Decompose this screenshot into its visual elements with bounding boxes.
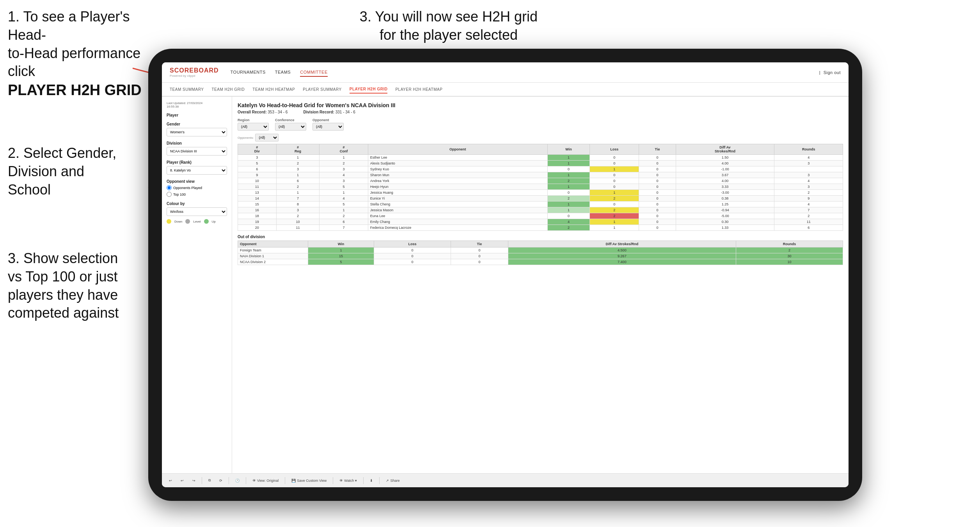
sub-nav-player-h2h-heatmap[interactable]: PLAYER H2H HEATMAP — [395, 86, 442, 93]
sidebar-opponent-view-section: Opponent view Opponents Played Top 100 — [167, 179, 227, 197]
step3-bot-line1: 3. Show selection — [8, 250, 118, 266]
colour-dot-up — [204, 219, 209, 224]
toolbar-watch[interactable]: 👁 Watch ▾ — [337, 477, 359, 484]
sidebar-division-section: Division NCAA Division III — [167, 141, 227, 156]
nav-right: | Sign out — [819, 69, 841, 76]
step3-bot-line3: players they have — [8, 287, 118, 303]
logo-sub: Powered by clippd — [170, 74, 219, 78]
table-row: 20 11 7 Federica Domecq Lacroze 2 1 0 1.… — [238, 225, 843, 231]
watch-icon: 👁 — [339, 479, 343, 483]
sidebar-gender-select[interactable]: Women's — [167, 128, 227, 136]
out-of-division-header: Out of division — [238, 235, 843, 239]
ood-th-diff: Diff Av Strokes/Rnd — [508, 241, 736, 248]
sub-nav-player-summary[interactable]: PLAYER SUMMARY — [303, 86, 341, 93]
colour-label-level: Level — [193, 220, 201, 223]
sub-nav-player-h2h-grid[interactable]: PLAYER H2H GRID — [350, 85, 388, 94]
table-row: 19 10 6 Emily Chang 4 1 0 0.30 11 — [238, 219, 843, 225]
toolbar-redo[interactable]: ↪ — [190, 477, 198, 484]
nav-tournaments[interactable]: TOURNAMENTS — [231, 68, 266, 77]
table-row: 14 7 4 Eunice Yi 2 2 0 0.38 9 — [238, 196, 843, 202]
colour-dot-down — [167, 219, 171, 224]
opponents-filter-select[interactable]: (All) — [255, 134, 279, 141]
th-win: Win — [547, 144, 589, 155]
th-rounds: Rounds — [774, 144, 843, 155]
step3-top-line1: 3. You will now see H2H grid — [360, 9, 538, 25]
toolbar-copy[interactable]: ⧉ — [206, 477, 213, 484]
sidebar-player-rank-label: Player (Rank) — [167, 160, 227, 164]
sidebar-division-select[interactable]: NCAA Division III — [167, 147, 227, 156]
toolbar-undo2[interactable]: ↩ — [178, 477, 186, 484]
nav-teams[interactable]: TEAMS — [275, 68, 291, 77]
filter-conference-label: Conference — [275, 118, 306, 122]
th-reg: #Reg — [276, 144, 320, 155]
sub-nav-team-summary[interactable]: TEAM SUMMARY — [170, 86, 204, 93]
filter-opponent-select[interactable]: (All) — [312, 123, 344, 131]
toolbar-share[interactable]: ↗ Share — [383, 477, 402, 484]
sidebar-player-section: Player — [167, 113, 227, 117]
tablet-frame: SCOREBOARD Powered by clippd TOURNAMENTS… — [148, 49, 862, 501]
sidebar-radio-group: Opponents Played Top 100 — [167, 185, 227, 197]
toolbar-paste[interactable]: ⟳ — [217, 477, 225, 484]
filter-region-select[interactable]: (All) — [238, 123, 269, 131]
toolbar-view-original[interactable]: 👁 View: Original — [250, 477, 281, 484]
radio-top100[interactable]: Top 100 — [167, 192, 227, 197]
filter-conference-select[interactable]: (All) — [275, 123, 306, 131]
toolbar-clock[interactable]: 🕐 — [233, 477, 242, 484]
th-tie: Tie — [639, 144, 676, 155]
radio-opponents-played[interactable]: Opponents Played — [167, 185, 227, 190]
instruction-step3-top: 3. You will now see H2H grid for the pla… — [351, 8, 546, 44]
table-header-row: #Div #Reg #Conf Opponent Win Loss Tie Di… — [238, 144, 843, 155]
filter-region: Region (All) — [238, 118, 269, 131]
instruction-step2: 2. Select Gender, Division and School — [8, 144, 140, 199]
opponents-label: Opponents: — [238, 136, 254, 140]
ood-table-row: NAIA Division 1 15 0 0 9.267 30 — [238, 253, 843, 259]
tablet-screen: SCOREBOARD Powered by clippd TOURNAMENTS… — [162, 62, 849, 487]
colour-label-down: Down — [174, 220, 182, 223]
sidebar: Last Updated: 27/03/2024 16:55:38 Player… — [162, 97, 232, 473]
main-data-table: #Div #Reg #Conf Opponent Win Loss Tie Di… — [238, 144, 843, 231]
sub-nav-team-h2h-heatmap[interactable]: TEAM H2H HEATMAP — [252, 86, 295, 93]
table-row: 15 8 5 Stella Cheng 1 0 0 1.25 4 — [238, 202, 843, 207]
table-row: 9 1 4 Sharon Mun 1 0 0 3.67 3 — [238, 172, 843, 178]
main-content: Last Updated: 27/03/2024 16:55:38 Player… — [162, 97, 849, 473]
th-loss: Loss — [590, 144, 639, 155]
sidebar-player-rank-section: Player (Rank) 8. Katelyn Vo — [167, 160, 227, 175]
toolbar-download[interactable]: ⬇ — [368, 477, 375, 484]
th-diff: Diff AvStrokes/Rnd — [676, 144, 774, 155]
nav-pipe: | — [819, 70, 820, 75]
sub-nav-team-h2h-grid[interactable]: TEAM H2H GRID — [212, 86, 245, 93]
sub-nav: TEAM SUMMARY TEAM H2H GRID TEAM H2H HEAT… — [162, 83, 849, 97]
nav-bar: SCOREBOARD Powered by clippd TOURNAMENTS… — [162, 62, 849, 83]
grid-title: Katelyn Vo Head-to-Head Grid for Women's… — [238, 102, 843, 108]
step2-line1: 2. Select Gender, — [8, 145, 116, 161]
ood-table-body: Foreign Team 1 0 0 4.500 2 NAIA Division… — [238, 248, 843, 265]
toolbar-sep3 — [246, 477, 246, 484]
grid-records: Overall Record: 353 - 34 - 6 Division Re… — [238, 110, 843, 114]
ood-th-rounds: Rounds — [736, 241, 843, 248]
sidebar-colour-by-select[interactable]: Win/loss — [167, 207, 227, 216]
ood-th-opponent: Opponent — [238, 241, 308, 248]
step2-line2: Division and — [8, 163, 84, 179]
nav-items: TOURNAMENTS TEAMS COMMITTEE — [231, 68, 819, 77]
toolbar-sep6 — [363, 477, 364, 484]
table-row: 13 1 1 Jessica Huang 0 1 0 -3.00 2 — [238, 190, 843, 196]
ood-th-win: Win — [308, 241, 374, 248]
step1-bold: PLAYER H2H GRID — [8, 82, 142, 98]
filter-region-label: Region — [238, 118, 269, 122]
sidebar-player-rank-select[interactable]: 8. Katelyn Vo — [167, 166, 227, 175]
radio-top100-input[interactable] — [167, 192, 172, 197]
toolbar-undo[interactable]: ↩ — [167, 477, 174, 484]
out-of-division-table: Opponent Win Loss Tie Diff Av Strokes/Rn… — [238, 241, 843, 265]
toolbar-sep1 — [202, 477, 202, 484]
toolbar-sep4 — [285, 477, 285, 484]
toolbar-save-custom[interactable]: 💾 Save Custom View — [289, 477, 329, 484]
nav-committee[interactable]: COMMITTEE — [300, 68, 328, 77]
toolbar-sep5 — [333, 477, 333, 484]
ood-th-tie: Tie — [451, 241, 508, 248]
table-row: 16 3 1 Jessica Mason 1 2 0 -0.94 7 — [238, 207, 843, 213]
filters-row: Region (All) Conference (All) Opponent — [238, 118, 843, 131]
table-row: 6 3 3 Sydney Kuo 0 1 0 -1.00 — [238, 166, 843, 172]
nav-signout[interactable]: Sign out — [824, 69, 841, 76]
sidebar-colour-section: Colour by Win/loss Down Level Up — [167, 202, 227, 224]
radio-opponents-played-input[interactable] — [167, 185, 172, 190]
